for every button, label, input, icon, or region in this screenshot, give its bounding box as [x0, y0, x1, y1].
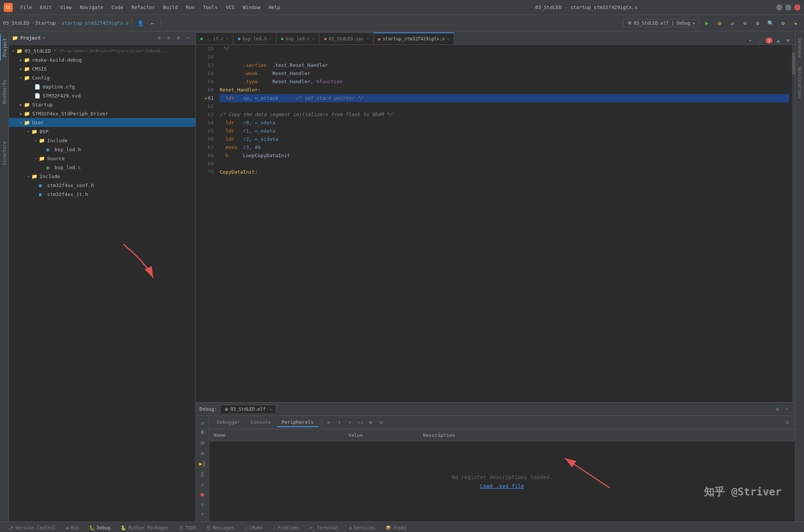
breadcrumb-file[interactable]: startup_stm32f429igtx.s — [62, 20, 129, 26]
debug-help-button[interactable]: ? — [197, 510, 208, 520]
tab-services[interactable]: ◈ Services — [344, 524, 380, 532]
debug-menu-button[interactable]: ≡ — [325, 418, 334, 427]
debug-stop-button[interactable]: ■ — [197, 490, 208, 500]
tab-s-close[interactable]: × — [447, 37, 449, 41]
debug-sort-button[interactable]: ↑↓ — [356, 418, 365, 427]
load-svd-link[interactable]: Load .svd file — [480, 483, 524, 489]
notifications-button[interactable]: ★ — [791, 18, 801, 28]
debug-filter-button[interactable]: ▽ — [197, 500, 208, 510]
tree-bsp[interactable]: ▾ 📁 BSP — [9, 127, 195, 136]
tree-user[interactable]: ▾ 📁 User — [9, 118, 195, 127]
menu-code[interactable]: Code — [108, 3, 127, 12]
locate-button[interactable]: ⊕ — [155, 34, 163, 42]
debug-minimize-button[interactable]: − — [783, 405, 791, 413]
scrollbar-thumb[interactable] — [792, 52, 795, 75]
tab-bsp-led-h[interactable]: ● bsp_led.h × — [234, 32, 276, 44]
tab-messages[interactable]: ☰ Messages — [202, 524, 239, 532]
debug-collapse-button[interactable]: ⬇ — [346, 418, 355, 427]
tab-startup-s[interactable]: ● startup_stm32f429igtx.s × — [374, 32, 454, 44]
tree-bsp-include[interactable]: ▾ 📁 Include — [9, 136, 195, 145]
scroll-down-button[interactable]: ▼ — [784, 36, 792, 44]
tab-version-control[interactable]: ⎇ Version Control — [4, 524, 60, 532]
minimize-button[interactable]: − — [776, 4, 782, 10]
menu-navigate[interactable]: Navigate — [76, 3, 107, 12]
close-button[interactable]: × — [794, 4, 800, 10]
tree-config[interactable]: ▾ 📁 Config — [9, 73, 195, 82]
editor-scrollbar[interactable] — [792, 45, 795, 402]
menu-view[interactable]: View — [56, 3, 75, 12]
collapse-all-button[interactable]: ≡ — [165, 34, 173, 42]
menu-edit[interactable]: Edit — [36, 3, 55, 12]
debug-settings-button[interactable]: ⚙ — [773, 405, 782, 413]
close-panel-button[interactable]: ⚙ — [174, 34, 183, 42]
tab-overflow-button[interactable]: ▾ — [746, 36, 754, 44]
tab-bsp-led-c[interactable]: ● bsp_led.c × — [276, 32, 319, 44]
tree-bsp-led-c[interactable]: ▣ bsp_led.c — [9, 163, 195, 172]
tree-svd[interactable]: 📄 STM32F429.svd — [9, 91, 195, 100]
run-button[interactable]: ▶ — [702, 18, 712, 28]
menu-help[interactable]: Help — [265, 3, 284, 12]
menu-window[interactable]: Window — [239, 3, 264, 12]
run-configuration[interactable]: 🖥 03_StdLED.elf | Debug ▾ — [623, 19, 699, 27]
menu-vcs[interactable]: VCS — [222, 3, 238, 12]
profile-button[interactable]: ⊙ — [740, 18, 750, 28]
debug-tab-peripherals[interactable]: Peripherals — [277, 418, 318, 427]
debug-tab-console[interactable]: Console — [246, 418, 276, 427]
tab-bsp-h-close[interactable]: × — [269, 36, 272, 41]
tree-user-include[interactable]: ▾ 📁 Include — [9, 172, 195, 181]
sidebar-tab-bookmarks[interactable]: Bookmarks — [0, 76, 9, 108]
menu-run[interactable]: Run — [182, 3, 198, 12]
debug-list-button[interactable]: ⊟ — [377, 418, 386, 427]
tab-terminal[interactable]: >_ Terminal — [305, 524, 343, 532]
debug-button[interactable]: ⚙ — [714, 18, 725, 28]
search-toolbar-button[interactable]: 🔍 — [765, 18, 776, 28]
minimize-panel-button[interactable]: − — [184, 34, 192, 42]
menu-refactor[interactable]: Refactor — [128, 3, 159, 12]
tree-daplink[interactable]: 📄 daplink.cfg — [9, 82, 195, 91]
tab-it-c[interactable]: ● ...it.c × — [196, 32, 234, 44]
tab-it-c-close[interactable]: × — [226, 36, 229, 41]
tab-run[interactable]: ▶ Run — [62, 524, 83, 532]
tab-vcpkg[interactable]: 📦 Vcpkg — [381, 524, 411, 532]
debug-tab-debugger[interactable]: Debugger — [212, 418, 245, 427]
back-button[interactable]: ← — [147, 18, 158, 28]
tab-python[interactable]: 🐍 Python Packages — [116, 524, 173, 532]
debug-float-button[interactable]: ⊡ — [783, 418, 792, 427]
debug-expand-button[interactable]: ⬆ — [335, 418, 344, 427]
sidebar-tab-structure[interactable]: Structure — [0, 137, 9, 169]
debug-resume-button[interactable]: ↺ — [197, 418, 208, 427]
tab-cmake[interactable]: △ CMake — [240, 524, 267, 532]
settings-button[interactable]: ⚙ — [778, 18, 788, 28]
editor-code-area[interactable]: */ .section .text.Reset_Handler .weak Re… — [217, 45, 792, 402]
settings-toolbar-button[interactable]: ⚙ — [752, 18, 763, 28]
debug-file-close[interactable]: × — [269, 407, 272, 412]
coverage-button[interactable]: ↺ — [727, 18, 737, 28]
menu-file[interactable]: File — [16, 3, 35, 12]
tab-ioc[interactable]: ● 03_StdLED.ioc × — [319, 32, 373, 44]
sync-button[interactable]: 👤 — [135, 18, 146, 28]
debug-pause-button[interactable]: ‖ — [197, 469, 208, 479]
debug-grid-button[interactable]: ⊞ — [367, 418, 375, 427]
tree-bsp-led-h[interactable]: ▣ bsp_led.h — [9, 145, 195, 154]
tab-ioc-close[interactable]: × — [366, 36, 369, 41]
tree-cmsis[interactable]: ▶ 📁 CMSIS — [9, 64, 195, 73]
debug-run-to-line-button[interactable]: ▶| — [197, 459, 208, 469]
tab-bsp-c-close[interactable]: × — [312, 36, 315, 41]
tab-todo[interactable]: ☰ TODO — [175, 524, 201, 532]
run-config-dropdown[interactable]: ▾ — [693, 21, 695, 26]
tree-stdperiph[interactable]: ▶ 📁 STM32F4xx_StdPeriph_Driver — [9, 109, 195, 118]
tree-root[interactable]: ▾ 📁 03_StdLED F:\Programmer\JetBrainsPro… — [9, 46, 195, 55]
debug-reset-button[interactable]: R̄ — [197, 428, 208, 438]
tree-conf-h[interactable]: ▣ stm32f4xx_conf.h — [9, 181, 195, 190]
right-tab-database[interactable]: Database — [796, 34, 804, 62]
menu-tools[interactable]: Tools — [199, 3, 221, 12]
debug-copy-button[interactable]: ⊡ — [197, 449, 208, 458]
scroll-up-button[interactable]: ▲ — [774, 36, 782, 44]
tree-startup[interactable]: ▶ 📁 Startup — [9, 100, 195, 109]
tree-bsp-source[interactable]: ▾ 📁 Source — [9, 154, 195, 163]
tab-debug[interactable]: 🐛 Debug — [85, 524, 115, 532]
menu-build[interactable]: Build — [160, 3, 182, 12]
tree-cmake-build[interactable]: ▶ 📁 cmake-build-debug — [9, 55, 195, 64]
debug-export-button[interactable]: ↗ — [197, 479, 208, 489]
sidebar-tab-project[interactable]: Project — [0, 34, 9, 61]
